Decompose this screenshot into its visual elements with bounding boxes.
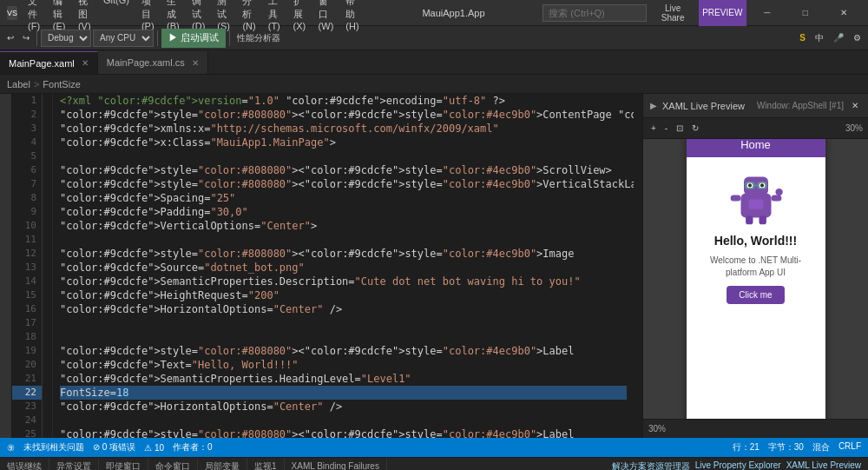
bottom-tab-watch[interactable]: 监视1 bbox=[247, 458, 285, 470]
code-line[interactable]: "color:#9cdcfe">Padding="30,0" bbox=[60, 205, 627, 219]
title-bar-center: MauiApp1.App bbox=[365, 8, 543, 18]
solution-manager-link[interactable]: 解决方案资源管理器 bbox=[612, 460, 690, 471]
code-line[interactable]: "color:#9cdcfe">style="color:#808080"><"… bbox=[60, 177, 627, 191]
code-line[interactable]: "color:#9cdcfe">style="color:#808080"><"… bbox=[60, 108, 627, 122]
phone-click-btn[interactable]: Click me bbox=[727, 286, 784, 304]
code-line[interactable]: "color:#9cdcfe">VerticalOptions="Center"… bbox=[60, 219, 627, 233]
code-line[interactable]: "color:#9cdcfe">style="color:#808080"><"… bbox=[60, 427, 627, 438]
code-line[interactable]: "color:#9cdcfe">style="color:#808080"><"… bbox=[60, 344, 627, 358]
tab-mainpage-cs[interactable]: MainPage.xaml.cs ✕ bbox=[98, 51, 208, 74]
code-editor[interactable]: <?xml "color:#9cdcfe">version="1.0" "col… bbox=[53, 94, 634, 438]
mic-btn[interactable]: 🎤 bbox=[830, 29, 847, 48]
bottom-tab-xaml-binding[interactable]: XAML Binding Failures bbox=[285, 458, 387, 470]
s-logo-btn[interactable]: S bbox=[796, 29, 809, 48]
preview-zoom-footer: 30% bbox=[648, 424, 666, 434]
zh-btn[interactable]: 中 bbox=[812, 29, 827, 48]
status-warnings: ⚠ 10 bbox=[144, 443, 164, 453]
status-info: 作者者：0 bbox=[173, 441, 213, 453]
code-line[interactable] bbox=[60, 330, 627, 344]
status-row: 行：21 bbox=[733, 441, 760, 453]
code-line[interactable]: "color:#9cdcfe">HorizontalOptions="Cente… bbox=[60, 302, 627, 316]
status-col: 字节：30 bbox=[768, 441, 804, 453]
menu-project[interactable]: 项目(P) bbox=[136, 0, 160, 33]
preview-title: XAML Live Preview bbox=[662, 101, 745, 111]
bottom-tab-immediate[interactable]: 即使窗口 bbox=[99, 458, 148, 470]
preview-zoom-in-btn[interactable]: + bbox=[648, 122, 659, 134]
preview-refresh-btn[interactable]: ↻ bbox=[689, 122, 701, 134]
tab-close-mainpage-xaml[interactable]: ✕ bbox=[82, 58, 89, 68]
platform-dropdown[interactable]: Any CPU bbox=[93, 30, 154, 47]
activity-bar bbox=[0, 94, 12, 438]
toolbar-sep-2 bbox=[157, 30, 158, 46]
bottom-tab-exceptions[interactable]: 异常设置 bbox=[49, 458, 99, 470]
editor-container: 1234567891011121314151617181920212223242… bbox=[0, 94, 642, 438]
app-title: MauiApp1.App bbox=[422, 8, 484, 18]
maximize-btn[interactable]: □ bbox=[788, 0, 823, 26]
status-branch: ⑨ bbox=[7, 443, 15, 453]
preview-close-btn[interactable]: ✕ bbox=[849, 100, 861, 111]
preview-fit-btn[interactable]: ⊡ bbox=[674, 122, 686, 134]
xaml-preview-link[interactable]: XAML Live Preview bbox=[786, 460, 861, 471]
menu-extensions[interactable]: 扩展(X) bbox=[288, 0, 312, 33]
phone-title: Hello, World!!! bbox=[714, 234, 797, 248]
tab-mainpage-xaml[interactable]: MainPage.xaml ✕ bbox=[0, 51, 98, 74]
start-debug-btn[interactable]: ▶ 启动调试 bbox=[161, 29, 226, 48]
code-line[interactable]: "color:#9cdcfe">HeightRequest="200" bbox=[60, 288, 627, 302]
preview-panel-header: ▶ XAML Live Preview Window: AppShell [#1… bbox=[643, 94, 868, 118]
bottom-tab-locals[interactable]: 局部变量 bbox=[198, 458, 247, 470]
close-btn[interactable]: ✕ bbox=[826, 0, 861, 26]
menu-edit[interactable]: 编辑(E) bbox=[48, 0, 71, 33]
preview-zoom-out-btn[interactable]: - bbox=[662, 122, 670, 134]
code-line[interactable]: <?xml "color:#9cdcfe">version="1.0" "col… bbox=[60, 94, 627, 108]
code-line[interactable]: "color:#9cdcfe">x:Class="MauiApp1.MainPa… bbox=[60, 136, 627, 149]
perf-btn[interactable]: 性能分析器 bbox=[233, 29, 284, 48]
tab-close-mainpage-cs[interactable]: ✕ bbox=[192, 58, 199, 68]
code-line[interactable] bbox=[60, 316, 627, 330]
code-line[interactable] bbox=[60, 149, 627, 163]
code-line[interactable]: "color:#9cdcfe">SemanticProperties.Headi… bbox=[60, 372, 627, 386]
code-line[interactable]: "color:#9cdcfe">Spacing="25" bbox=[60, 191, 627, 205]
global-search[interactable] bbox=[542, 4, 647, 22]
minimize-btn[interactable]: ─ bbox=[750, 0, 785, 26]
breadcrumb-label[interactable]: Label bbox=[7, 79, 30, 89]
tab-label-mainpage-cs: MainPage.xaml.cs bbox=[107, 57, 185, 68]
bottom-tab-command[interactable]: 命令窗口 bbox=[148, 458, 198, 470]
editor-scrollbar[interactable] bbox=[634, 94, 642, 438]
toolbar: ↩ ↪ Debug Any CPU ▶ 启动调试 性能分析器 S 中 🎤 ⚙ bbox=[0, 26, 868, 50]
menu-view[interactable]: 视图(V) bbox=[73, 0, 96, 33]
breadcrumb-fontsize[interactable]: FontSize bbox=[43, 79, 80, 89]
menu-window[interactable]: 窗口(W) bbox=[313, 0, 339, 33]
code-line[interactable]: "color:#9cdcfe">HorizontalOptions="Cente… bbox=[60, 400, 627, 414]
code-line[interactable]: "color:#9cdcfe">Source="dotnet_bot.png" bbox=[60, 261, 627, 275]
title-bar: VS 文件(F) 编辑(E) 视图(V) Git(G) 项目(P) 生成(B) … bbox=[0, 0, 868, 26]
code-line[interactable] bbox=[60, 233, 627, 247]
editor-tab-bar: MainPage.xaml ✕ MainPage.xaml.cs ✕ bbox=[0, 50, 868, 75]
live-share-btn[interactable]: Live Share bbox=[650, 3, 695, 23]
menu-git[interactable]: Git(G) bbox=[98, 0, 135, 33]
preview-toolbar: + - ⊡ ↻ 30% bbox=[643, 118, 868, 139]
phone-header-label: Home bbox=[740, 139, 771, 151]
code-line[interactable]: FontSize=18 bbox=[60, 386, 627, 400]
svg-rect-14 bbox=[759, 215, 766, 224]
breadcrumb-bar: Label > FontSize bbox=[0, 75, 868, 94]
line-numbers: 1234567891011121314151617181920212223242… bbox=[12, 94, 43, 438]
undo-btn[interactable]: ↩ bbox=[3, 29, 17, 48]
build-config-dropdown[interactable]: Debug bbox=[41, 30, 91, 47]
code-line[interactable]: "color:#9cdcfe">Text="Hello, World!!!" bbox=[60, 358, 627, 372]
status-encoding: CRLF bbox=[838, 441, 861, 453]
svg-point-12 bbox=[775, 189, 782, 195]
code-line[interactable]: "color:#9cdcfe">SemanticProperties.Descr… bbox=[60, 275, 627, 288]
menu-help[interactable]: 帮助(H) bbox=[340, 0, 364, 33]
redo-btn[interactable]: ↪ bbox=[19, 29, 33, 48]
property-explorer-link[interactable]: Live Property Explorer bbox=[695, 460, 781, 471]
code-line[interactable]: "color:#9cdcfe">style="color:#808080"><"… bbox=[60, 247, 627, 261]
code-line[interactable]: "color:#9cdcfe">style="color:#808080"><"… bbox=[60, 163, 627, 177]
settings-gear-btn[interactable]: ⚙ bbox=[850, 29, 865, 48]
bottom-tab-errors[interactable]: 错误继续 bbox=[0, 458, 49, 470]
bottom-tabs: 错误继续 异常设置 即使窗口 命令窗口 局部变量 监视1 XAML Bindin… bbox=[0, 457, 868, 470]
toolbar-sep-3 bbox=[229, 30, 230, 46]
code-line[interactable] bbox=[60, 414, 627, 427]
preview-btn[interactable]: PREVIEW bbox=[699, 0, 746, 26]
preview-zoom-label: 30% bbox=[845, 123, 863, 133]
code-line[interactable]: "color:#9cdcfe">xmlns:x="http://schemas.… bbox=[60, 122, 627, 136]
